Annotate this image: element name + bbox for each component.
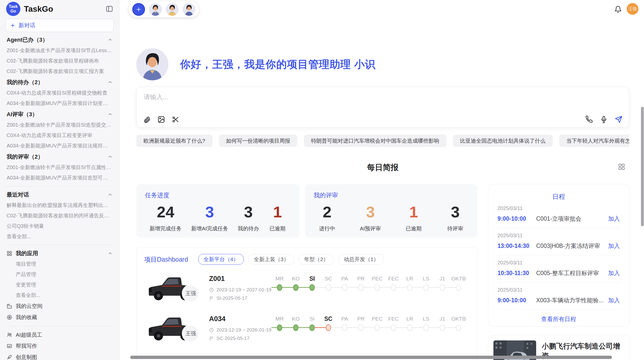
my-apps-header[interactable]: 我的应用 — [6, 248, 114, 259]
project-dates-text: 2023-12-19 ~ 2026-01-19 — [216, 327, 271, 333]
recent-chats-header[interactable]: 最近对话 — [6, 189, 114, 200]
recent-chat-item[interactable]: 查看全部... — [6, 231, 114, 242]
sidebar-section-header[interactable]: 我的待办（2） — [6, 77, 114, 88]
app-item[interactable]: 变更管理 — [6, 280, 114, 290]
dashboard-tab[interactable]: 全新上装（3） — [248, 254, 294, 265]
sidebar-section-header[interactable]: AI评审（3） — [6, 109, 114, 120]
suggestion-chip[interactable]: 当下年轻人对汽车外观有怎样的喜好趋势 — [559, 135, 629, 147]
teammate-avatar[interactable] — [149, 3, 162, 16]
project-row[interactable]: 王强 A034 2023-12-19 ~ 2026-01-19 SC-2025-… — [144, 311, 470, 352]
project-flag-text: SI-2025-05-17 — [216, 295, 247, 301]
app-item[interactable]: 项目管理 — [6, 259, 114, 269]
recent-chat-item[interactable]: 公司Q3轻卡销量 — [6, 221, 114, 231]
dashboard-title[interactable]: 项目Dashboard — [144, 255, 188, 264]
new-chat-button[interactable]: 新对话 — [6, 19, 114, 32]
chevron-up-icon[interactable] — [108, 112, 113, 117]
paperclip-icon[interactable] — [143, 116, 151, 123]
sidebar-section-items: Z001-全新燃油皮卡产品开发项目SI节点Lesson Learn报告C02-飞… — [6, 45, 114, 77]
send-icon[interactable] — [615, 116, 622, 123]
stat: 2 进行中 — [318, 203, 336, 232]
sidebar-item-help-write[interactable]: 帮我写作 — [6, 340, 114, 352]
hero: 你好，王强，我是你的项目管理助理 小识 — [136, 48, 375, 80]
image-icon[interactable] — [157, 116, 165, 123]
suggestion-chip[interactable]: 特朗普可能对进口汽车增税会对中国车企造成哪些影响 — [304, 135, 446, 147]
milestone-dot — [440, 324, 445, 331]
chevron-up-icon[interactable] — [108, 80, 113, 85]
stat-label: 进行中 — [318, 225, 336, 232]
sidebar-section-header[interactable]: 我的评审（2） — [6, 152, 114, 162]
panel-toggle-icon[interactable] — [106, 5, 113, 13]
dashboard-tab[interactable]: 动总开发（1） — [338, 254, 384, 265]
vertical-scrollbar[interactable] — [641, 107, 644, 226]
milestone-line — [271, 282, 288, 293]
milestone-line — [271, 323, 288, 333]
stat-card-title[interactable]: 任务进度 — [136, 184, 300, 199]
sidebar-task-item[interactable]: Z001-全新燃油皮卡产品开发项目SI节点Lesson Learn报告 — [6, 45, 114, 56]
suggestion-chip[interactable]: 如何写一份清晰的项目周报 — [219, 135, 297, 147]
mic-icon[interactable] — [600, 116, 608, 123]
milestone: PR — [353, 271, 369, 293]
sidebar-task-item[interactable]: Z001-全新燃油轻卡产品开发项目SI节点属性5D文件评审 — [6, 162, 114, 173]
chevron-up-icon[interactable] — [108, 37, 113, 42]
sidebar-item-creative-draw[interactable]: 创意制图 — [6, 352, 114, 360]
view-all-schedule-link[interactable]: 查看所有日程 — [497, 310, 620, 323]
join-button[interactable]: 加入 — [608, 269, 620, 277]
join-button[interactable]: 加入 — [608, 242, 620, 250]
recent-chats-title: 最近对话 — [7, 191, 108, 199]
teammate-avatar[interactable] — [183, 3, 195, 16]
app-item[interactable]: 查看全部... — [6, 290, 114, 301]
sidebar-task-item[interactable]: A034-全新新能源MUV产品开发项目法规符合性评审 — [6, 141, 114, 151]
sidebar-section-title: Agent已办（3） — [7, 36, 108, 44]
milestone-label: J1 — [434, 275, 450, 282]
user-avatar[interactable]: 王强 — [627, 3, 638, 15]
suggestion-chip[interactable]: 比亚迪全固态电池计划具体说了什么 — [453, 135, 553, 147]
milestone-line — [402, 323, 418, 333]
app-item[interactable]: 产品管理 — [6, 269, 114, 280]
milestone-dot — [407, 324, 413, 331]
sidebar-task-item[interactable]: C0X4-动力总成开发项目SI里程碑提交物检查 — [6, 88, 114, 98]
dashboard-tab[interactable]: 年型（2） — [299, 254, 334, 265]
stat-card-title[interactable]: 我的评审 — [305, 184, 477, 199]
recent-chat-item[interactable]: C02-飞腾新能源轻客改款项目的闭环通告反馈情况 — [6, 211, 114, 221]
sidebar-task-item[interactable]: C02-飞腾新能源轻客改款项目里程碑画布 — [6, 56, 114, 66]
chat-input[interactable] — [143, 93, 489, 101]
sidebar-task-item[interactable]: Z001-全新燃油轻卡产品开发项目SI造型提交物评审 — [6, 120, 114, 130]
sidebar-item-favorites[interactable]: 我的收藏 — [6, 312, 114, 323]
sidebar-section-header[interactable]: Agent已办（3） — [6, 35, 114, 45]
suggestion-chip[interactable]: 欧洲新规最近颁布了什么? — [136, 135, 212, 147]
schedule-main: 13:00-14:30 C003|H0B-方案冻结评审 加入 — [497, 242, 620, 250]
schedule-time: 10:30-11:30 — [497, 270, 536, 277]
milestone-label: LR — [402, 275, 418, 282]
sidebar-section-items: Z001-全新燃油轻卡产品开发项目SI造型提交物评审C0X4-动力总成开发项目工… — [6, 120, 114, 151]
milestone-dot — [423, 324, 429, 331]
milestone-label: SI — [304, 315, 320, 323]
chevron-up-icon[interactable] — [108, 192, 113, 197]
join-button[interactable]: 加入 — [608, 215, 620, 223]
join-button[interactable]: 加入 — [608, 296, 620, 304]
phone-icon[interactable] — [585, 116, 593, 123]
horizontal-scrollbar[interactable] — [130, 356, 612, 359]
milestone-line — [385, 282, 402, 293]
sidebar-item-ai-staff[interactable]: AI超级员工 — [6, 329, 114, 340]
image-pen-icon — [7, 343, 12, 349]
project-row[interactable]: 王强 Z001 2023-12-19 ~ 2027-01-19 SI-2025-… — [144, 271, 470, 312]
chevron-up-icon[interactable] — [108, 154, 113, 159]
sidebar-task-item[interactable]: A034-全新新能源MUV产品开发项目造型可行性评审 — [6, 173, 114, 183]
sidebar-task-item[interactable]: A034-全新新能源MUV产品开发项目计划变更表编写 — [6, 98, 114, 109]
teammate-avatar[interactable] — [166, 3, 179, 16]
chevron-up-icon[interactable] — [108, 251, 113, 256]
scissors-icon[interactable] — [172, 116, 179, 123]
sidebar-task-item[interactable]: C0X4-动力总成开发项目工程变更评审 — [6, 130, 114, 141]
add-agent-button[interactable] — [132, 3, 145, 16]
bell-icon[interactable] — [614, 6, 622, 13]
sidebar-task-item[interactable]: C02-飞腾新能源轻客改款项目立项汇报方案 — [6, 66, 114, 77]
dashboard-tab[interactable]: 全新平台（4） — [198, 254, 244, 265]
schedule-time: 9:00-10:00 — [497, 297, 536, 304]
grid-view-icon[interactable] — [618, 163, 626, 171]
stat-label: 我的待办 — [238, 225, 259, 232]
dashboard-header: 项目Dashboard 全新平台（4）全新上装（3）年型（2）动总开发（1） — [137, 247, 477, 265]
milestone-dot — [293, 284, 299, 291]
stat-value: 24 — [150, 203, 182, 221]
sidebar-item-cloud-space[interactable]: 我的云空间 — [6, 301, 114, 312]
recent-chat-item[interactable]: 解释最新出台的欧盟报废车法规再生塑料比例被调至15%... — [6, 200, 114, 211]
